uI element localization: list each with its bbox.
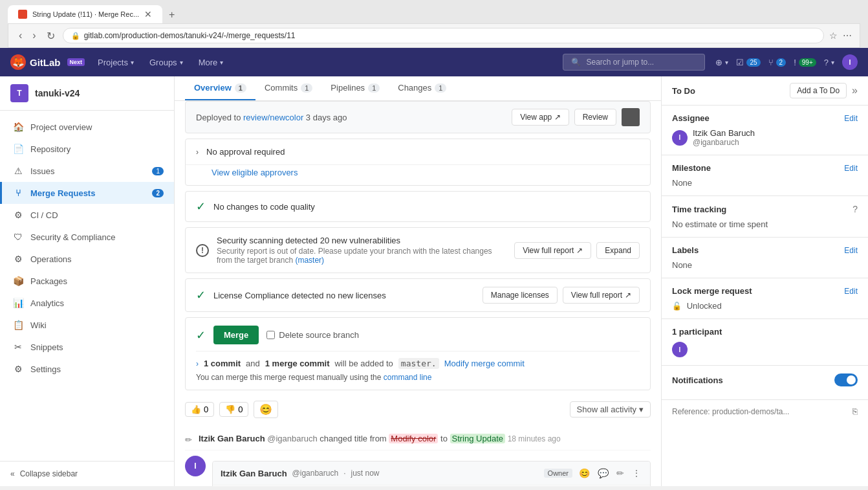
sidebar-item-security[interactable]: 🛡 Security & Compliance <box>0 226 174 248</box>
approval-expand-icon[interactable]: › <box>196 148 199 157</box>
delete-branch-checkbox-label[interactable]: Delete source branch <box>266 330 359 340</box>
sidebar-item-ci-cd[interactable]: ⚙ CI / CD <box>0 204 174 226</box>
view-license-report-button[interactable]: View full report ↗ <box>563 287 640 304</box>
labels-edit-button[interactable]: Edit <box>844 246 858 255</box>
back-button[interactable]: ‹ <box>16 28 25 43</box>
sidebar-item-settings[interactable]: ⚙ Settings <box>0 358 174 380</box>
nav-actions: ⊕ ▾ ☑ 25 ⑂ 2 ! 99+ ? ▾ I <box>715 54 858 70</box>
merge-button[interactable]: Merge <box>213 326 259 344</box>
todo-expand-button[interactable]: » <box>852 85 858 96</box>
show-all-activity-button[interactable]: Show all activity ▾ <box>570 401 651 418</box>
groups-nav-item[interactable]: Groups ▾ <box>147 58 186 67</box>
extensions-icon[interactable]: ⋯ <box>843 30 852 41</box>
repository-icon: 📄 <box>12 144 24 154</box>
thumbs-down-count: 0 <box>238 405 243 414</box>
changes-tab-count: 1 <box>435 84 446 93</box>
sidebar-header: T tanuki-v24 <box>0 76 174 111</box>
sidebar-item-repository[interactable]: 📄 Repository <box>0 138 174 160</box>
collapse-sidebar-button[interactable]: « Collapse sidebar <box>0 461 174 486</box>
main-content: Overview 1 Commits 1 Pipelines 1 Changes… <box>175 76 661 486</box>
modify-merge-commit-link[interactable]: Modify merge commit <box>444 359 525 368</box>
user-avatar[interactable]: I <box>842 54 858 70</box>
gitlab-logo[interactable]: 🦊 GitLab Next <box>10 54 85 70</box>
projects-nav-item[interactable]: Projects ▾ <box>95 58 136 67</box>
merge-requests-button[interactable]: ⑂ 2 <box>768 58 787 67</box>
reference-text: Reference: production-demos/ta... <box>672 407 789 416</box>
comment-time: just now <box>351 469 379 478</box>
tab-pipelines[interactable]: Pipelines 1 <box>321 76 389 100</box>
approval-section: › No approval required View eligible app… <box>185 139 651 186</box>
command-line-link[interactable]: command line <box>384 373 432 382</box>
new-item-button[interactable]: ⊕ ▾ <box>715 58 728 67</box>
emoji-reaction-button[interactable]: 😊 <box>578 467 591 480</box>
address-bar[interactable]: 🔒 gitlab.com/production-demos/tanuki-v24… <box>63 28 824 43</box>
tab-close-btn[interactable]: ✕ <box>144 9 152 19</box>
add-todo-button[interactable]: Add a To Do <box>790 83 847 98</box>
mr-count: 2 <box>776 58 787 67</box>
analytics-icon: 📊 <box>12 298 24 308</box>
sidebar-item-operations[interactable]: ⚙ Operations <box>0 248 174 270</box>
bookmark-icon[interactable]: ☆ <box>829 30 838 41</box>
comment-author: Itzik Gan Baruch <box>221 469 287 478</box>
lock-edit-button[interactable]: Edit <box>844 287 858 296</box>
mr-body: Deployed to review/newcolor 3 days ago V… <box>175 101 661 486</box>
forward-button[interactable]: › <box>30 28 38 43</box>
expand-security-button[interactable]: Expand <box>596 242 640 259</box>
sidebar-item-wiki[interactable]: 📋 Wiki <box>0 314 174 336</box>
time-tracking-value: No estimate or time spent <box>672 219 858 229</box>
time-tracking-help-icon[interactable]: ? <box>852 204 858 214</box>
delete-branch-checkbox[interactable] <box>266 331 275 339</box>
reply-button[interactable]: 💬 <box>596 467 610 480</box>
security-text: Security scanning detected 20 new vulner… <box>217 236 506 265</box>
participant-avatar: I <box>672 342 688 357</box>
copy-reference-icon[interactable]: ⎘ <box>852 406 858 416</box>
deploy-link[interactable]: review/newcolor <box>243 113 303 122</box>
sidebar-item-analytics[interactable]: 📊 Analytics <box>0 292 174 314</box>
view-approvers-link[interactable]: View eligible approvers <box>212 168 298 177</box>
global-search-bar[interactable]: 🔍 Search or jump to... <box>563 54 705 71</box>
target-branch-link[interactable]: (master) <box>295 256 324 265</box>
commit-expand-icon[interactable]: › <box>196 359 199 368</box>
sidebar-item-issues[interactable]: ⚠ Issues 1 <box>0 160 174 182</box>
more-nav-item[interactable]: More ▾ <box>196 58 226 67</box>
manual-merge-note: You can merge this merge request manuall… <box>196 373 640 382</box>
sidebar-item-merge-requests[interactable]: ⑂ Merge Requests 2 <box>0 182 174 204</box>
environment-icon <box>622 108 640 126</box>
issues-button[interactable]: ! 99+ <box>794 58 816 67</box>
edit-comment-button[interactable]: ✏ <box>615 467 625 480</box>
sidebar-item-project-overview[interactable]: 🏠 Project overview <box>0 116 174 138</box>
view-app-button[interactable]: View app ↗ <box>512 109 569 126</box>
right-panel: To Do Add a To Do » Assignee Edit I Itzi… <box>661 76 868 486</box>
active-tab[interactable]: String Update (!11) · Merge Rec... ✕ <box>8 5 162 23</box>
sidebar-label-operations: Operations <box>30 254 164 264</box>
code-quality-row: ✓ No changes to code quality <box>186 192 650 221</box>
thumbs-up-icon: 👍 <box>191 405 201 414</box>
new-tab-button[interactable]: + <box>164 6 180 23</box>
notifications-section: Notifications <box>662 366 868 400</box>
thumbs-up-button[interactable]: 👍 0 <box>185 402 214 417</box>
merge-row: ✓ Merge Delete source branch <box>196 326 640 344</box>
assignee-edit-button[interactable]: Edit <box>844 114 858 123</box>
view-full-report-button[interactable]: View full report ↗ <box>514 242 591 259</box>
review-button[interactable]: Review <box>574 109 616 126</box>
license-section: ✓ License Compliance detected no new lic… <box>185 278 651 312</box>
sidebar-item-snippets[interactable]: ✂ Snippets <box>0 336 174 358</box>
more-options-button[interactable]: ⋮ <box>631 467 642 480</box>
notifications-toggle[interactable] <box>834 373 858 386</box>
search-icon: 🔍 <box>571 58 581 67</box>
milestone-header: Milestone Edit <box>672 163 858 173</box>
tab-commits[interactable]: Commits 1 <box>255 76 321 100</box>
sidebar-label-project-overview: Project overview <box>30 122 164 132</box>
manage-licenses-button[interactable]: Manage licenses <box>483 287 558 304</box>
todos-button[interactable]: ☑ 25 <box>736 58 760 67</box>
edit-icon: ✏ <box>185 435 192 445</box>
reload-button[interactable]: ↻ <box>44 28 58 43</box>
help-button[interactable]: ? ▾ <box>824 58 834 67</box>
milestone-edit-button[interactable]: Edit <box>844 164 858 173</box>
sidebar-item-packages[interactable]: 📦 Packages <box>0 270 174 292</box>
tab-overview[interactable]: Overview 1 <box>185 76 255 100</box>
tab-changes[interactable]: Changes 1 <box>389 76 455 100</box>
license-text: License Compliance detected no new licen… <box>213 291 475 300</box>
add-reaction-button[interactable]: 😊 <box>254 401 278 418</box>
thumbs-down-button[interactable]: 👎 0 <box>219 402 248 417</box>
